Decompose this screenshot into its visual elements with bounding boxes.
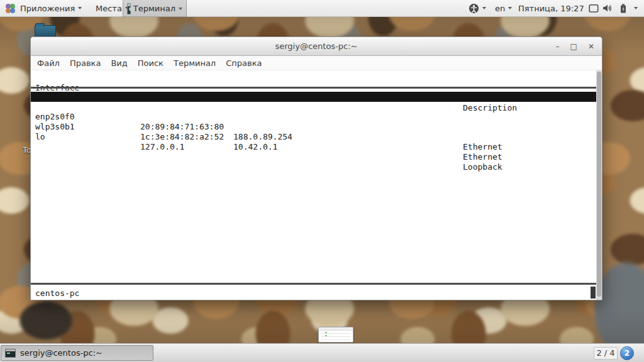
status-separator xyxy=(31,283,596,285)
cell-ip: 10.42.0.1 xyxy=(233,142,277,152)
folder-icon[interactable] xyxy=(35,25,56,38)
menu-help[interactable]: Справка xyxy=(221,57,267,70)
applications-menu-label: Приложения xyxy=(20,4,75,13)
cell-description: Ethernet xyxy=(463,152,502,162)
terminal-cursor xyxy=(591,287,596,299)
status-line: centos-pc xyxy=(35,288,79,299)
notification-badge[interactable]: 2 xyxy=(620,346,634,360)
volume-control[interactable] xyxy=(602,0,613,16)
terminal-app-menu-label: Терминал xyxy=(133,4,175,13)
window-selector[interactable] xyxy=(589,0,599,16)
titlebar[interactable]: sergiy@centos-pc:~ – □ ✕ xyxy=(31,37,602,56)
chevron-down-icon xyxy=(508,7,512,9)
chevron-down-icon xyxy=(78,7,82,9)
maximize-button[interactable]: □ xyxy=(570,43,577,50)
terminal-content[interactable]: Interface Address Description virbr0 52:… xyxy=(31,70,602,300)
minimize-button[interactable]: – xyxy=(556,43,560,50)
battery-icon xyxy=(619,3,628,14)
volume-icon xyxy=(602,3,613,13)
menu-terminal[interactable]: Терминал xyxy=(169,57,221,70)
keyboard-layout-label: en xyxy=(495,4,505,13)
taskbar: sergiy@centos-pc:~ 2 / 4 2 xyxy=(0,343,644,362)
terminal-task-icon xyxy=(5,349,16,358)
cell-mac: 1c:3e:84:82:a2:52 xyxy=(140,132,224,142)
menubar: Файл Правка Вид Поиск Терминал Справка xyxy=(31,56,602,70)
clock[interactable]: Пятница, 19:27 xyxy=(518,0,584,16)
top-panel: Приложения Места Терминал en Пятница, 19… xyxy=(0,0,644,17)
thumbnail-row xyxy=(321,331,350,334)
menu-file[interactable]: Файл xyxy=(32,57,65,70)
close-button[interactable]: ✕ xyxy=(588,43,594,50)
scrollbar-thumb[interactable] xyxy=(597,72,601,297)
table-row[interactable]: enp2s0f0 20:89:84:71:63:80 188.0.89.254 … xyxy=(31,102,596,112)
keyboard-layout-indicator[interactable]: en xyxy=(495,0,512,16)
thumbnail-titlebar xyxy=(319,327,353,331)
chevron-down-icon xyxy=(179,8,182,10)
desktop: To Приложения Места Терминал xyxy=(0,0,644,362)
task-button-terminal[interactable]: sergiy@centos-pc:~ xyxy=(1,345,153,361)
menu-search[interactable]: Поиск xyxy=(133,57,169,70)
table-row[interactable]: virbr0 52:54:0:67:d8:92 192.168.122.1 Et… xyxy=(31,92,596,102)
chevron-down-icon xyxy=(482,7,486,9)
workspace-indicator[interactable]: 2 / 4 xyxy=(594,347,618,359)
scrollbar[interactable] xyxy=(596,70,602,300)
accessibility-menu[interactable] xyxy=(469,0,486,16)
cell-description: Loopback xyxy=(463,162,502,172)
menu-edit[interactable]: Правка xyxy=(65,57,106,70)
cell-description: Ethernet xyxy=(463,132,502,142)
cell-mac: 127.0.0.1 xyxy=(140,142,184,152)
table-row[interactable]: wlp3s0b1 1c:3e:84:82:a2:52 10.42.0.1 Eth… xyxy=(31,112,596,122)
menu-view[interactable]: Вид xyxy=(106,57,132,70)
applications-menu-icon xyxy=(5,3,16,14)
table-row[interactable]: lo 127.0.0.1 Loopback xyxy=(31,122,596,132)
status-menu[interactable] xyxy=(631,0,638,16)
task-button-label: sergiy@centos-pc:~ xyxy=(20,348,103,358)
battery-indicator[interactable] xyxy=(619,0,628,16)
applications-menu[interactable]: Приложения xyxy=(5,0,82,16)
clock-label: Пятница, 19:27 xyxy=(518,4,584,13)
thumbnail-row xyxy=(321,337,350,340)
window-preview-thumbnail[interactable] xyxy=(318,327,353,343)
window-selector-icon xyxy=(589,4,599,13)
cell-interface: lo xyxy=(35,132,45,142)
accessibility-icon xyxy=(469,3,479,14)
places-menu-label: Места xyxy=(96,4,122,13)
thumbnail-row xyxy=(321,334,350,337)
cell-ip: 188.0.89.254 xyxy=(233,132,292,142)
terminal-window-icon xyxy=(127,3,131,14)
terminal-window: sergiy@centos-pc:~ – □ ✕ Файл Правка Вид… xyxy=(30,36,602,300)
table-header: Interface Address Description xyxy=(31,73,596,83)
chevron-down-icon xyxy=(634,7,638,9)
terminal-app-menu[interactable]: Терминал xyxy=(123,0,187,17)
window-title: sergiy@centos-pc:~ xyxy=(31,37,602,56)
table-header-separator xyxy=(31,87,596,89)
cell-description: Ethernet xyxy=(463,142,502,152)
